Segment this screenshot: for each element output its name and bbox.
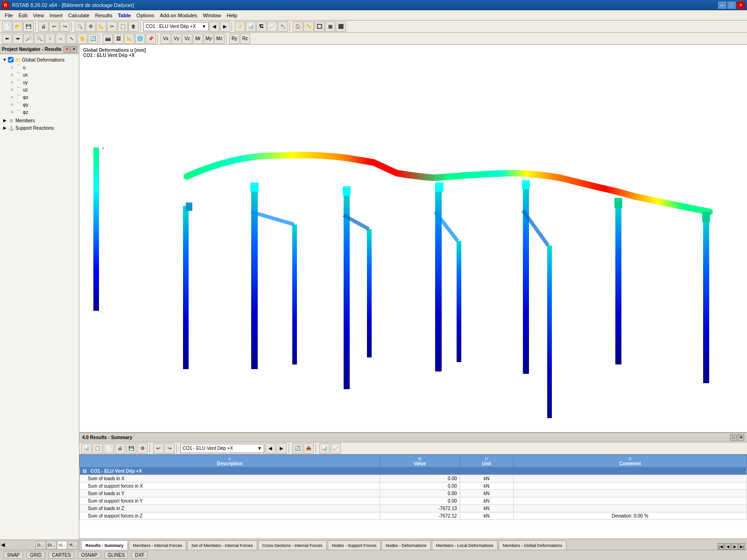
- tb-s22[interactable]: Rz: [240, 34, 250, 44]
- menu-window[interactable]: Window: [200, 12, 224, 19]
- tb-s3[interactable]: 🔎: [23, 34, 34, 44]
- tab-members-local[interactable]: Members - Local Deformations: [432, 540, 498, 550]
- res-tb11[interactable]: 📊: [319, 443, 330, 454]
- res-next-btn[interactable]: ▶: [276, 443, 287, 454]
- menu-options[interactable]: Options: [134, 12, 157, 19]
- status-snap[interactable]: SNAP: [4, 552, 23, 559]
- tb-s17[interactable]: Vz: [182, 34, 192, 44]
- tab-nodes-support[interactable]: Nodes - Support Forces: [328, 540, 381, 550]
- tree-item-u[interactable]: ○ ⌒ u: [9, 63, 77, 71]
- close-panel-button[interactable]: ✕: [70, 46, 77, 53]
- undo-btn[interactable]: ↩: [49, 21, 59, 32]
- scroll-left[interactable]: ◀: [1, 542, 5, 548]
- res-tb6[interactable]: ⚙: [137, 443, 148, 454]
- tree-item-support-reactions[interactable]: ▶ ⚓ Support Reactions: [2, 124, 77, 132]
- menu-calculate[interactable]: Calculate: [65, 12, 92, 19]
- tb3[interactable]: 🔍: [75, 21, 85, 32]
- status-dxf[interactable]: DXF: [132, 552, 148, 559]
- res-tb1[interactable]: 📊: [81, 443, 92, 454]
- tb-s12[interactable]: 📐: [124, 34, 134, 44]
- next-btn[interactable]: ▶: [220, 21, 230, 32]
- close-results-button[interactable]: ✕: [738, 434, 744, 441]
- tb14[interactable]: 📏: [303, 21, 314, 32]
- bottom-tab-r[interactable]: R...: [68, 541, 78, 549]
- tree-item-members[interactable]: ▶ ⊞ Members: [2, 117, 77, 124]
- tb-s2[interactable]: ➡: [13, 34, 23, 44]
- res-tb4[interactable]: 🖨: [115, 443, 125, 454]
- tab-nodes-deformations[interactable]: Nodes - Deformations: [381, 540, 431, 550]
- tree-item-phiz[interactable]: ○ ⌒ φz: [9, 108, 77, 116]
- tb-s5[interactable]: ↕: [45, 34, 55, 44]
- tab-members-global[interactable]: Members - Global Deformations: [499, 540, 567, 550]
- tb4[interactable]: ⚙: [85, 21, 96, 32]
- load-combo-dropdown[interactable]: CO1 : ELU Vent Dép +X ▼: [143, 22, 209, 31]
- res-tb3[interactable]: 📄: [104, 443, 114, 454]
- res-tb12[interactable]: 📈: [331, 443, 341, 454]
- tab-results-summary[interactable]: Results - Summary: [81, 540, 128, 550]
- menu-view[interactable]: View: [30, 12, 47, 19]
- tab-nav-next[interactable]: ▶: [732, 543, 738, 550]
- tb-s9[interactable]: 🔄: [88, 34, 98, 44]
- tree-item-uz[interactable]: ○ ⌒ uz: [9, 86, 77, 93]
- print-btn[interactable]: 🖨: [38, 21, 49, 32]
- tb-s10[interactable]: 📷: [103, 34, 113, 44]
- menu-insert[interactable]: Insert: [47, 12, 65, 19]
- new-btn[interactable]: 📄: [2, 21, 12, 32]
- tree-item-ux[interactable]: ○ ⌒ ux: [9, 71, 77, 78]
- tb6[interactable]: ✂: [107, 21, 117, 32]
- tb13[interactable]: 🏠: [293, 21, 303, 32]
- menu-help[interactable]: Help: [224, 12, 240, 19]
- tb-s11[interactable]: 🖼: [113, 34, 124, 44]
- tb-s6[interactable]: ↔: [56, 34, 66, 44]
- bottom-tab-d[interactable]: D...: [35, 541, 46, 549]
- open-btn[interactable]: 📂: [13, 21, 23, 32]
- status-osnap[interactable]: OSNAP: [78, 552, 101, 559]
- menu-addon[interactable]: Add-on Modules: [157, 12, 200, 19]
- members-expand-icon[interactable]: ▶: [2, 118, 7, 123]
- tb-s7[interactable]: ⤡: [66, 34, 77, 44]
- res-tb7[interactable]: ↩: [153, 443, 163, 454]
- tab-cross-sections[interactable]: Cross-Sections - Internal Forces: [258, 540, 327, 550]
- menu-table[interactable]: Table: [115, 12, 134, 19]
- global-def-checkbox[interactable]: [8, 57, 14, 63]
- tb8[interactable]: 🗑: [128, 21, 139, 32]
- menu-file[interactable]: File: [2, 12, 16, 19]
- status-glines[interactable]: GLINES: [105, 552, 128, 559]
- tb5[interactable]: 📐: [96, 21, 106, 32]
- tb-s15[interactable]: Vx: [161, 34, 171, 44]
- res-tb5[interactable]: 💾: [126, 443, 136, 454]
- tb-s14[interactable]: 📌: [146, 34, 156, 44]
- tb10[interactable]: 🏗: [256, 21, 267, 32]
- menu-results[interactable]: Results: [92, 12, 115, 19]
- tb-s13[interactable]: 🌐: [135, 34, 145, 44]
- tb-s4[interactable]: 🔍: [34, 34, 44, 44]
- bottom-tab-vi[interactable]: Vi...: [57, 541, 67, 549]
- tb9[interactable]: 📊: [246, 21, 256, 32]
- results-table-container[interactable]: A Description B Value C Unit: [79, 455, 747, 539]
- tb15[interactable]: 🔲: [314, 21, 324, 32]
- tree-item-phix[interactable]: ○ ⌒ φx: [9, 93, 77, 101]
- tree-item-phiy[interactable]: ○ ⌒ φy: [9, 101, 77, 108]
- menu-edit[interactable]: Edit: [16, 12, 30, 19]
- restore-button[interactable]: □: [727, 1, 736, 9]
- pin-icon[interactable]: 📌: [63, 46, 70, 53]
- tb17[interactable]: ⬛: [336, 21, 346, 32]
- res-prev-btn[interactable]: ◀: [265, 443, 275, 454]
- tb12[interactable]: 🔧: [278, 21, 288, 32]
- res-tb9[interactable]: 🔄: [292, 443, 303, 454]
- tb-s8[interactable]: 🖐: [77, 34, 87, 44]
- tb-s19[interactable]: My: [204, 34, 214, 44]
- close-button[interactable]: ✕: [737, 1, 745, 9]
- redo-btn[interactable]: ↪: [60, 21, 70, 32]
- tb-s16[interactable]: Vy: [171, 34, 182, 44]
- res-tb2[interactable]: 📋: [92, 443, 103, 454]
- viewport[interactable]: Global Deformations u [mm] CO1 : ELU Ven…: [79, 45, 747, 433]
- status-grid[interactable]: GRID: [27, 552, 45, 559]
- expand-icon[interactable]: ▼: [2, 57, 7, 63]
- tab-nav-first[interactable]: |◀: [718, 543, 724, 550]
- support-expand-icon[interactable]: ▶: [2, 125, 7, 131]
- status-cartes[interactable]: CARTES: [49, 552, 74, 559]
- tb7[interactable]: 📋: [118, 21, 128, 32]
- tree-item-global-deformations[interactable]: ▼ 📁 Global Deformations: [2, 56, 77, 63]
- results-combo-dropdown[interactable]: CO1 - ELU Vent Dép +X ▼: [180, 444, 264, 453]
